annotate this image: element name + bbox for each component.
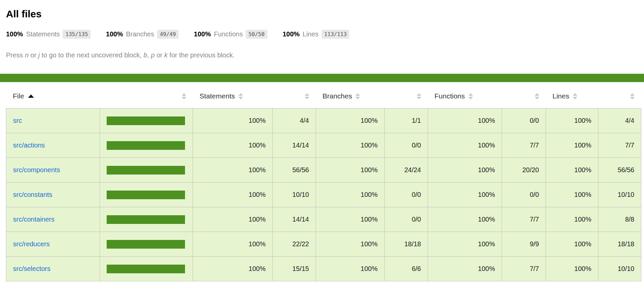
cell-functions_pct: 100% (428, 133, 502, 158)
cell-branches_pct: 100% (316, 133, 385, 158)
metric-pct: 100% (6, 29, 23, 39)
cell-branches_pct: 100% (316, 232, 385, 257)
metric-fraction-badge: 113/113 (322, 30, 349, 39)
hint-key: p (151, 51, 155, 59)
cell-functions_raw: 20/20 (502, 158, 546, 183)
col-header-functions_pct[interactable]: Functions (428, 82, 502, 108)
cell-lines_pct: 100% (546, 232, 598, 257)
col-header-branches_pct[interactable]: Branches (316, 82, 385, 108)
col-header-label: Branches (323, 92, 352, 100)
keyboard-hint: Press n or j to go to the next uncovered… (6, 51, 638, 59)
metric-label: Branches (126, 29, 154, 39)
metric-pct: 100% (106, 29, 123, 39)
cell-lines_pct: 100% (546, 158, 598, 183)
coverage-bar-fill (107, 191, 185, 199)
hint-key: k (164, 51, 168, 59)
file-link[interactable]: src (13, 117, 22, 124)
col-header-label: Statements (200, 92, 235, 100)
col-header-lines_raw[interactable] (598, 82, 641, 108)
cell-functions_raw: 9/9 (502, 232, 546, 257)
file-link[interactable]: src/actions (13, 141, 45, 149)
metric-branches: 100%Branches49/49 (106, 29, 179, 39)
coverage-bar-fill (107, 265, 185, 273)
file-link[interactable]: src/reducers (13, 240, 50, 248)
table-header-row: FileStatementsBranchesFunctionsLines (6, 82, 641, 108)
coverage-bar (107, 166, 185, 175)
metric-fraction-badge: 135/135 (63, 30, 90, 39)
cell-statements_raw: 4/4 (273, 108, 316, 133)
cell-functions_raw: 7/7 (502, 207, 546, 232)
file-link[interactable]: src/containers (13, 216, 55, 223)
col-header-statements_raw[interactable] (273, 82, 316, 108)
cell-branches_raw: 0/0 (385, 207, 428, 232)
coverage-report-page: All files 100%Statements135/135100%Branc… (0, 8, 644, 281)
file-link[interactable]: src/selectors (13, 265, 50, 272)
cell-functions_pct: 100% (428, 207, 502, 232)
cell-file: src (6, 108, 100, 133)
coverage-bar-fill (107, 116, 185, 125)
table-row: src/reducers100%22/22100%18/18100%9/9100… (6, 232, 641, 257)
coverage-summary-metrics: 100%Statements135/135100%Branches49/4910… (6, 29, 638, 39)
hint-text: Press (6, 51, 25, 59)
col-header-statements_pct[interactable]: Statements (193, 82, 273, 108)
sorter-icon[interactable] (535, 93, 539, 100)
cell-lines_pct: 100% (546, 108, 598, 133)
cell-functions_raw: 0/0 (502, 183, 546, 207)
metric-fraction-badge: 49/49 (157, 30, 178, 39)
metric-statements: 100%Statements135/135 (6, 29, 91, 39)
sorter-icon[interactable] (468, 93, 473, 100)
col-header-file[interactable]: File (6, 82, 100, 108)
sorter-icon[interactable] (182, 93, 186, 100)
sorter-icon[interactable] (238, 93, 243, 100)
cell-lines_raw: 10/10 (598, 183, 641, 207)
sorter-icon[interactable] (305, 93, 309, 100)
cell-branches_pct: 100% (316, 108, 385, 133)
col-header-branches_raw[interactable] (385, 82, 428, 108)
coverage-summary-table: FileStatementsBranchesFunctionsLines src… (6, 82, 641, 281)
metric-pct: 100% (194, 29, 211, 39)
coverage-bar-fill (107, 141, 185, 150)
cell-branches_pct: 100% (316, 257, 385, 281)
col-header-functions_raw[interactable] (502, 82, 546, 108)
cell-file: src/components (6, 158, 100, 183)
cell-lines_pct: 100% (546, 257, 598, 281)
hint-key: b (143, 51, 147, 59)
coverage-bar (107, 240, 185, 249)
cell-pic (100, 257, 193, 281)
cell-lines_raw: 8/8 (598, 207, 641, 232)
cell-statements_raw: 56/56 (273, 158, 316, 183)
cell-pic (100, 183, 193, 207)
cell-pic (100, 133, 193, 158)
hint-text: , (147, 51, 151, 59)
cell-statements_pct: 100% (193, 232, 273, 257)
cell-pic (100, 158, 193, 183)
col-header-lines_pct[interactable]: Lines (546, 82, 598, 108)
cell-functions_raw: 7/7 (502, 257, 546, 281)
cell-statements_raw: 14/14 (273, 207, 316, 232)
cell-lines_pct: 100% (546, 183, 598, 207)
cell-lines_raw: 18/18 (598, 232, 641, 257)
coverage-bar (107, 265, 185, 273)
sorter-icon[interactable] (630, 93, 635, 100)
file-link[interactable]: src/constants (13, 191, 52, 198)
cell-branches_raw: 6/6 (385, 257, 428, 281)
cell-statements_pct: 100% (193, 133, 273, 158)
table-row: src/containers100%14/14100%0/0100%7/7100… (6, 207, 641, 232)
sorter-icon[interactable] (417, 93, 421, 100)
cell-branches_raw: 0/0 (385, 133, 428, 158)
cell-branches_raw: 1/1 (385, 108, 428, 133)
cell-lines_raw: 7/7 (598, 133, 641, 158)
col-header-label: Lines (553, 92, 569, 100)
file-link[interactable]: src/components (13, 166, 60, 174)
coverage-bar-fill (107, 240, 185, 249)
table-row: src/components100%56/56100%24/24100%20/2… (6, 158, 641, 183)
cell-branches_pct: 100% (316, 207, 385, 232)
col-header-pic[interactable] (100, 82, 193, 108)
cell-branches_raw: 24/24 (385, 158, 428, 183)
sorter-icon[interactable] (355, 93, 360, 100)
cell-lines_raw: 10/10 (598, 257, 641, 281)
metric-lines: 100%Lines113/113 (283, 29, 349, 39)
coverage-bar (107, 116, 185, 125)
sorter-icon[interactable] (573, 93, 577, 100)
sort-ascending-icon[interactable] (28, 94, 34, 98)
